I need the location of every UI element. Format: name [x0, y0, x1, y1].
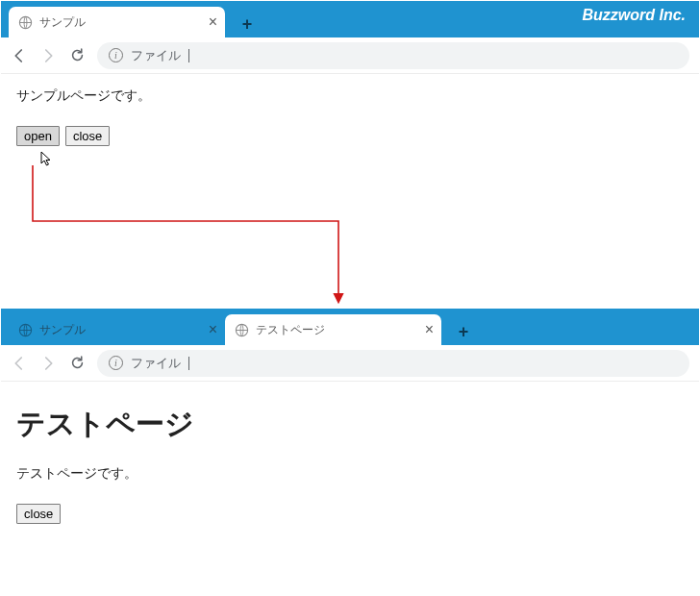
tab-label: サンプル: [39, 14, 86, 31]
tab-label: テストページ: [256, 322, 325, 338]
brand-label: Buzzword Inc.: [582, 7, 686, 24]
text-caret: [188, 49, 189, 62]
open-button[interactable]: open: [16, 126, 60, 146]
tab-testpage[interactable]: テストページ ×: [225, 314, 441, 345]
tab-sample[interactable]: サンプル ×: [9, 314, 225, 345]
reload-button[interactable]: [68, 47, 86, 64]
back-button[interactable]: [11, 47, 28, 64]
tab-sample[interactable]: サンプル ×: [9, 7, 225, 37]
page-text: サンプルページです。: [16, 87, 684, 105]
forward-button[interactable]: [39, 355, 57, 372]
address-bar[interactable]: i ファイル: [97, 350, 689, 377]
back-button[interactable]: [11, 355, 28, 372]
new-tab-button[interactable]: +: [233, 11, 262, 37]
address-text: ファイル: [131, 355, 181, 372]
page-heading: テストページ: [16, 405, 684, 444]
tab-label: サンプル: [39, 322, 86, 338]
close-tab-icon[interactable]: ×: [209, 322, 217, 337]
browser-window-top: サンプル × + Buzzword Inc. i ファイル サンプルページ: [0, 0, 700, 306]
browser-window-bottom: サンプル × テストページ × + i: [0, 308, 700, 596]
address-bar[interactable]: i ファイル: [97, 42, 689, 69]
new-tab-button[interactable]: +: [449, 318, 478, 345]
text-caret: [188, 357, 189, 370]
close-button[interactable]: close: [16, 504, 61, 524]
info-icon: i: [109, 356, 123, 370]
info-icon: i: [109, 48, 123, 62]
reload-button[interactable]: [68, 355, 86, 372]
tab-strip: サンプル × + Buzzword Inc.: [1, 1, 699, 37]
toolbar: i ファイル: [1, 37, 699, 74]
close-tab-icon[interactable]: ×: [425, 322, 434, 337]
page-text: テストページです。: [16, 465, 684, 483]
page-content: サンプルページです。 open close: [1, 74, 699, 160]
globe-icon: [235, 323, 249, 337]
page-content: テストページ テストページです。 close: [1, 382, 699, 537]
toolbar: i ファイル: [1, 345, 699, 382]
forward-button[interactable]: [39, 47, 57, 64]
close-tab-icon[interactable]: ×: [209, 14, 217, 30]
globe-icon: [18, 15, 33, 30]
close-button[interactable]: close: [65, 126, 110, 146]
tab-strip: サンプル × テストページ × +: [1, 309, 699, 345]
address-text: ファイル: [131, 47, 181, 64]
globe-icon: [18, 323, 33, 337]
